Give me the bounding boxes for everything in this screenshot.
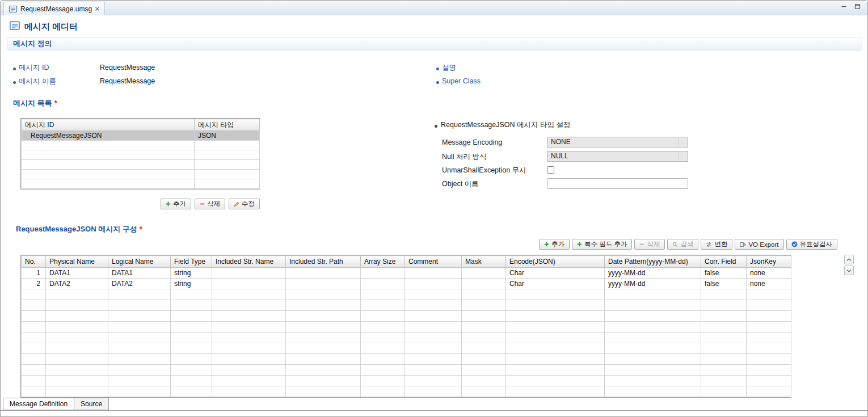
editor-tab-title: RequestMessage.umsg — [20, 5, 92, 13]
composition-cell[interactable]: none — [747, 268, 791, 279]
composition-column-header[interactable]: No. — [22, 256, 46, 268]
composition-cell[interactable]: DATA1 — [46, 268, 108, 279]
composition-column-header[interactable]: Field Type — [171, 256, 212, 268]
composition-column-header[interactable]: Included Str. Path — [286, 256, 361, 268]
empty-cell — [605, 354, 701, 365]
empty-cell — [286, 343, 361, 354]
edit-message-button[interactable]: 수정 — [229, 199, 260, 209]
empty-cell — [108, 354, 171, 365]
chevron-up-icon — [846, 258, 852, 262]
composition-cell[interactable] — [286, 268, 361, 279]
message-list-column-header[interactable]: 메시지 ID — [22, 119, 195, 131]
empty-cell — [747, 300, 791, 311]
empty-cell — [286, 300, 361, 311]
composition-cell[interactable]: 2 — [22, 279, 46, 289]
composition-cell[interactable] — [405, 279, 462, 289]
composition-row[interactable]: 2DATA2DATA2stringCharyyyy-MM-ddfalsenone — [22, 279, 791, 289]
composition-column-header[interactable]: JsonKey — [747, 256, 791, 268]
message-list-cell[interactable]: RequestMessageJSON — [22, 131, 195, 141]
composition-cell[interactable]: yyyy-MM-dd — [605, 279, 701, 289]
composition-column-header[interactable]: Logical Name — [108, 256, 171, 268]
empty-cell — [171, 311, 212, 322]
composition-cell[interactable]: yyyy-MM-dd — [605, 268, 701, 279]
empty-cell — [405, 365, 462, 376]
composition-column-header[interactable]: Encode(JSON) — [506, 256, 605, 268]
empty-cell — [701, 386, 747, 397]
tab-message-definition[interactable]: Message Definition — [3, 398, 74, 410]
composition-empty-row — [22, 386, 791, 397]
composition-cell[interactable] — [212, 268, 286, 279]
message-id-value[interactable]: RequestMessage — [100, 64, 155, 72]
composition-column-header[interactable]: Mask — [462, 256, 506, 268]
empty-cell — [171, 289, 212, 300]
composition-column-header[interactable]: Corr. Field — [701, 256, 747, 268]
composition-cell[interactable] — [462, 268, 506, 279]
editor-tab[interactable]: RequestMessage.umsg — [3, 2, 105, 15]
composition-cell[interactable] — [286, 279, 361, 289]
composition-column-header[interactable]: Included Str. Name — [212, 256, 286, 268]
message-list-column-header[interactable]: 메시지 타입 — [195, 119, 260, 131]
composition-cell[interactable]: DATA1 — [108, 268, 171, 279]
vo-export-button[interactable]: VO Export — [735, 239, 783, 250]
plus-icon — [577, 242, 582, 247]
close-icon[interactable] — [95, 6, 100, 11]
composition-cell[interactable] — [405, 268, 462, 279]
empty-cell — [361, 365, 405, 376]
composition-cell[interactable]: string — [171, 268, 212, 279]
empty-cell — [22, 376, 46, 386]
scroll-up-button[interactable] — [844, 255, 854, 264]
message-name-value[interactable]: RequestMessage — [100, 77, 155, 86]
composition-cell[interactable]: Char — [506, 279, 605, 289]
empty-cell — [747, 386, 791, 397]
delete-message-button[interactable]: 삭제 — [195, 199, 225, 209]
message-encoding-combo[interactable]: NONE — [547, 137, 688, 148]
empty-cell — [361, 332, 405, 343]
composition-cell[interactable] — [361, 279, 405, 289]
composition-cell[interactable]: none — [747, 279, 791, 289]
bullet-dot — [13, 81, 16, 84]
maximize-icon[interactable] — [854, 3, 861, 10]
empty-cell — [747, 289, 791, 300]
composition-cell[interactable]: string — [171, 279, 212, 289]
empty-cell — [212, 386, 286, 397]
composition-column-header[interactable]: Comment — [405, 256, 462, 268]
composition-table: No.Physical NameLogical NameField TypeIn… — [20, 255, 791, 398]
null-handling-combo[interactable]: NULL — [547, 151, 688, 162]
composition-cell[interactable] — [212, 279, 286, 289]
empty-cell — [212, 343, 286, 354]
composition-cell[interactable] — [462, 279, 506, 289]
empty-cell — [462, 300, 506, 311]
minimize-icon[interactable] — [841, 3, 847, 10]
composition-cell[interactable]: 1 — [22, 268, 46, 279]
composition-column-header[interactable]: Date Pattern(yyyy-MM-dd) — [605, 256, 701, 268]
composition-cell[interactable]: DATA2 — [108, 279, 171, 289]
composition-cell[interactable]: DATA2 — [46, 279, 108, 289]
transform-button[interactable]: 변환 — [701, 239, 732, 250]
unmarshal-exception-checkbox[interactable] — [547, 166, 554, 174]
composition-cell[interactable]: false — [701, 279, 747, 289]
composition-column-header[interactable]: Physical Name — [46, 256, 108, 268]
button-label: 변환 — [714, 240, 727, 248]
search-field-button[interactable]: 검색 — [667, 239, 698, 250]
message-list-empty-row — [22, 179, 260, 189]
composition-cell[interactable]: Char — [506, 268, 605, 279]
message-list-cell[interactable]: JSON — [195, 131, 260, 141]
validate-button[interactable]: 유효성검사 — [786, 239, 838, 250]
composition-empty-row — [22, 343, 791, 354]
delete-field-button[interactable]: 삭제 — [634, 239, 665, 250]
add-field-button[interactable]: 추가 — [539, 239, 570, 250]
empty-cell — [212, 311, 286, 322]
empty-cell — [361, 289, 405, 300]
add-multi-field-button[interactable]: 복수 필드 추가 — [572, 239, 632, 250]
message-list-row[interactable]: RequestMessageJSONJSON — [22, 131, 260, 141]
empty-cell — [22, 386, 46, 397]
add-message-button[interactable]: 추가 — [161, 199, 191, 209]
composition-column-header[interactable]: Array Size — [361, 256, 405, 268]
tab-source[interactable]: Source — [74, 398, 109, 410]
composition-cell[interactable] — [361, 268, 405, 279]
scroll-down-button[interactable] — [844, 266, 854, 275]
null-handling-label: Null 처리 방식 — [442, 153, 486, 161]
composition-row[interactable]: 1DATA1DATA1stringCharyyyy-MM-ddfalsenone — [22, 268, 791, 279]
composition-cell[interactable]: false — [701, 268, 747, 279]
object-name-input[interactable] — [547, 178, 688, 189]
